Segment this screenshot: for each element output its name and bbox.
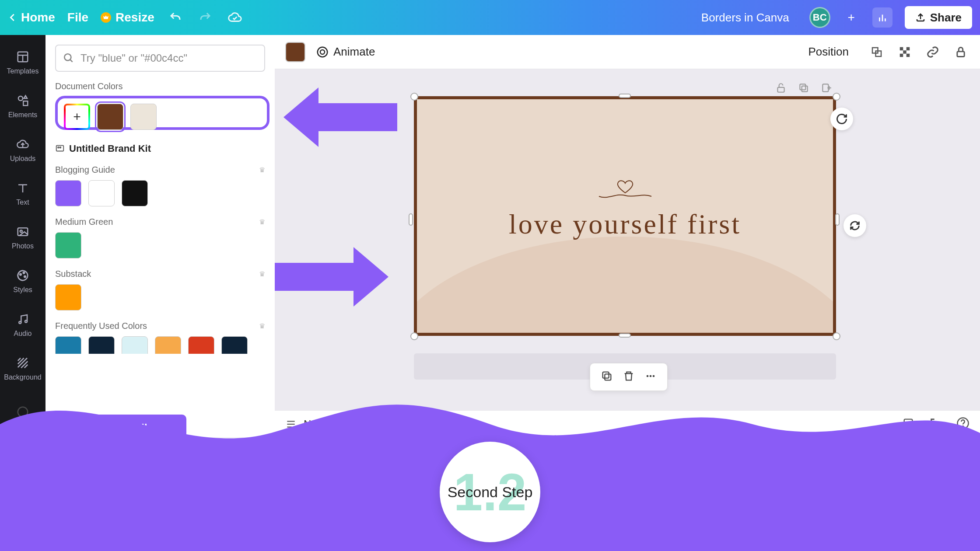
animate-icon [316,45,329,59]
svg-rect-42 [802,86,808,92]
refresh-icon [836,113,848,125]
selection-handle[interactable] [835,213,840,226]
nav-photos[interactable]: Photos [0,215,46,259]
layers-button[interactable] [868,43,886,61]
heart-icon [586,178,665,206]
svg-rect-39 [906,53,910,57]
nav-elements[interactable]: Elements [0,84,46,128]
lock-open-icon [775,82,787,94]
add-member-button[interactable]: + [843,9,860,26]
home-button[interactable]: Home [8,10,55,24]
selection-handle[interactable] [619,94,631,98]
svg-line-20 [18,358,21,361]
svg-point-32 [320,50,325,54]
frequent-colors-label: Frequently Used Colors♛ [55,321,265,331]
palette-swatch[interactable] [55,180,81,206]
selection-handle[interactable] [410,332,418,340]
duplicate-page-button[interactable] [798,82,809,95]
selection-handle[interactable] [833,93,840,101]
photos-icon [15,224,31,240]
svg-point-16 [23,272,25,274]
cloud-sync-button[interactable] [226,9,244,26]
color-search-input[interactable]: Try "blue" or "#00c4cc" [55,45,265,72]
link-icon [926,45,939,59]
design-title[interactable]: Borders in Canva [701,11,789,24]
design-canvas[interactable]: love yourself first [414,96,836,336]
styles-icon [15,268,31,283]
redo-button[interactable] [196,9,214,26]
add-page-icon [821,82,832,94]
nav-text[interactable]: Text [0,171,46,215]
redo-icon [199,11,212,24]
freq-swatch[interactable] [88,336,115,354]
sync-icon [849,220,861,232]
crown-icon: ♛ [259,270,265,278]
text-icon [15,180,31,196]
selection-handle[interactable] [410,93,418,101]
nav-templates[interactable]: Templates [0,40,46,84]
annotation-arrow [284,87,397,147]
share-button[interactable]: Share [905,6,972,29]
selection-handle[interactable] [833,332,840,340]
svg-rect-35 [900,47,903,50]
freq-swatch[interactable] [55,336,81,354]
fill-color-chip[interactable] [285,42,305,62]
svg-rect-36 [906,47,910,50]
top-bar: Home File Resize Borders in Canva BC + S… [0,0,980,35]
audio-icon [15,311,31,327]
freq-swatch[interactable] [155,336,181,354]
palette-swatch[interactable] [122,180,148,206]
nav-audio[interactable]: Audio [0,303,46,346]
svg-point-17 [24,276,26,278]
elements-icon [15,93,31,108]
page-tools [775,82,832,95]
svg-point-13 [20,230,22,232]
palette-swatch[interactable] [88,180,115,206]
duplicate-icon [798,82,809,94]
link-button[interactable] [924,43,942,61]
document-colors-row: + [55,96,270,130]
resize-button[interactable]: Resize [101,10,154,24]
animate-button[interactable]: Animate [316,45,375,59]
svg-point-7 [18,96,23,101]
selection-handle[interactable] [409,213,413,226]
transparency-button[interactable] [896,43,914,61]
position-button[interactable]: Position [808,45,849,59]
crown-icon: ♛ [259,322,265,330]
palette-swatch[interactable] [55,232,81,258]
freq-swatch[interactable] [188,336,214,354]
context-toolbar: Animate Position [275,35,980,69]
add-color-button[interactable]: + [64,104,90,130]
doc-color-swatch[interactable] [130,104,157,130]
palette-swatch[interactable] [55,284,81,310]
file-menu[interactable]: File [67,10,88,24]
svg-rect-41 [777,87,784,92]
chevron-left-icon [8,13,18,22]
undo-icon [169,11,182,24]
selection-handle[interactable] [619,333,631,338]
svg-rect-8 [23,101,28,105]
brand-kit-header[interactable]: Untitled Brand Kit [55,143,265,154]
svg-rect-40 [957,51,964,56]
palette-header: Substack♛ [55,269,265,279]
share-label: Share [930,11,962,24]
nav-styles[interactable]: Styles [0,259,46,303]
undo-button[interactable] [167,9,184,26]
insights-button[interactable] [872,7,892,28]
add-page-button[interactable] [821,82,832,95]
layers-icon [870,45,883,59]
freq-swatch[interactable] [122,336,148,354]
nav-uploads[interactable]: Uploads [0,128,46,171]
lock-button[interactable] [952,43,970,61]
resize-label: Resize [116,10,154,24]
avatar[interactable]: BC [809,7,830,28]
transparency-icon [898,45,911,59]
upload-icon [915,12,926,23]
sync-button[interactable] [844,214,866,237]
freq-swatch[interactable] [221,336,248,354]
doc-color-swatch[interactable] [97,104,123,130]
search-icon [63,52,74,64]
regenerate-button[interactable] [830,108,853,130]
svg-point-31 [318,47,328,57]
page-lock-button[interactable] [775,82,787,95]
